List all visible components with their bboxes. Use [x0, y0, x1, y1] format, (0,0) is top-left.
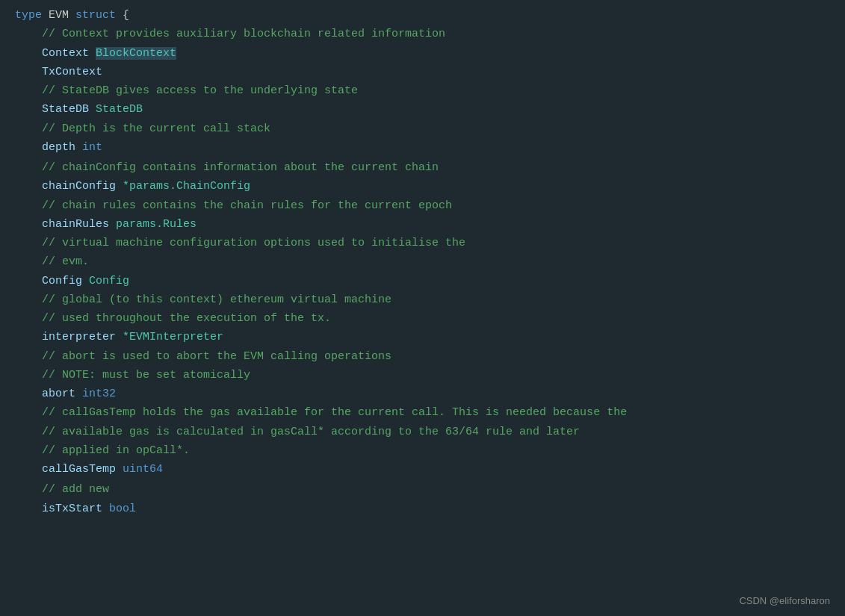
code-line: Config Config — [0, 272, 845, 290]
code-line: // StateDB gives access to the underlyin… — [0, 81, 845, 100]
code-line: StateDB StateDB — [0, 100, 845, 119]
code-line: // abort is used to abort the EVM callin… — [0, 347, 845, 366]
code-line: // global (to this context) ethereum vir… — [0, 290, 845, 309]
code-line: // Depth is the current call stack — [0, 119, 845, 138]
code-line: // callGasTemp holds the gas available f… — [0, 403, 845, 422]
code-line: TxContext — [0, 63, 845, 81]
code-line: // evm. — [0, 252, 845, 271]
code-line: // chainConfig contains information abou… — [0, 158, 845, 177]
code-lines: type EVM struct { // Context provides au… — [0, 6, 845, 518]
code-line: // virtual machine configuration options… — [0, 234, 845, 252]
code-viewer: type EVM struct { // Context provides au… — [0, 0, 845, 616]
code-line: interpreter *EVMInterpreter — [0, 328, 845, 346]
code-line: isTxStart bool — [0, 500, 845, 518]
code-line: type EVM struct { — [0, 6, 845, 25]
code-line: // NOTE: must be set atomically — [0, 366, 845, 385]
code-line: Context BlockContext — [0, 44, 845, 63]
code-line: abort int32 — [0, 385, 845, 403]
code-line: // available gas is calculated in gasCal… — [0, 423, 845, 441]
code-line: chainConfig *params.ChainConfig — [0, 177, 845, 196]
watermark-text: CSDN @eliforsharon — [739, 594, 830, 609]
code-line: // applied in opCall*. — [0, 441, 845, 460]
code-line: callGasTemp uint64 — [0, 460, 845, 479]
code-line: // Context provides auxiliary blockchain… — [0, 25, 845, 43]
code-line: chainRules params.Rules — [0, 215, 845, 234]
code-line: // used throughout the execution of the … — [0, 309, 845, 328]
code-line: // chain rules contains the chain rules … — [0, 196, 845, 215]
code-line: // add new — [0, 480, 845, 499]
code-line: depth int — [0, 138, 845, 157]
